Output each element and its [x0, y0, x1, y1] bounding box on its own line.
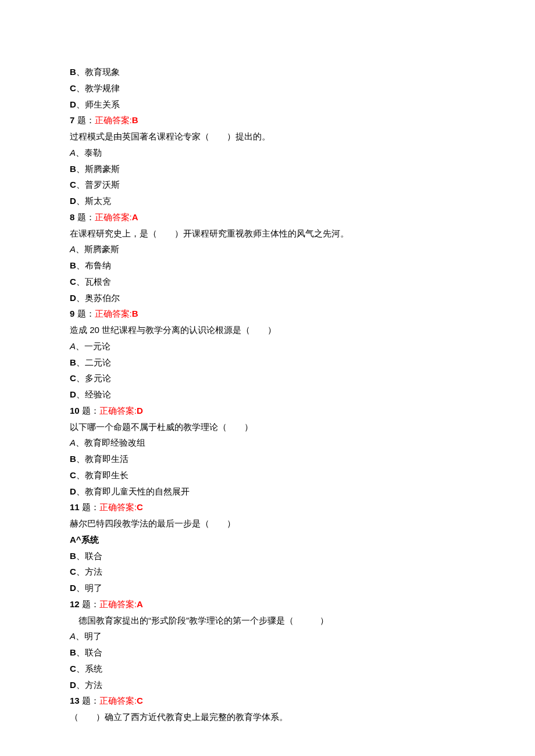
question-number: 10 — [70, 406, 80, 415]
choice-option: A、教育即经验改组 — [70, 435, 465, 451]
answer-line: 7 题：正确答案:B — [70, 112, 465, 128]
choice-text: 、经验论 — [76, 389, 111, 399]
choice-text: 、师生关系 — [76, 99, 120, 109]
choice-option: B、二元论 — [70, 354, 465, 371]
choice-option: D、教育即儿童天性的自然展开 — [70, 483, 465, 500]
choice-option: D、奥苏伯尔 — [70, 290, 465, 306]
choice-text: 、方法 — [76, 680, 102, 690]
choice-letter: C — [70, 277, 76, 286]
answer-label: 正确答案: — [99, 502, 137, 512]
choice-text: 、瓦根舍 — [76, 277, 111, 286]
answer-value: B — [132, 115, 138, 125]
question-content: 过程模式是由英国著名课程论专家（ ）提出的。 — [70, 131, 270, 141]
choice-letter: A — [70, 438, 76, 447]
choice-text: 、斯太克 — [76, 196, 111, 206]
question-content: （ ）确立了西方近代教育史上最完整的教育学体系。 — [70, 712, 288, 722]
choice-text: 、明了 — [76, 583, 102, 593]
question-number-suffix: 题： — [74, 115, 94, 125]
choice-text: 、系统 — [76, 664, 102, 673]
document-page: B、教育现象C、教学规律D、师生关系7 题：正确答案:B过程模式是由英国著名课程… — [0, 0, 535, 756]
choice-letter: D — [70, 99, 76, 109]
answer-label: 正确答案: — [95, 212, 132, 222]
choice-letter: D — [70, 389, 76, 399]
choice-text: 、泰勒 — [76, 148, 102, 157]
choice-option: C、教育即生长 — [70, 467, 465, 483]
choice-text: 、教育即生活 — [76, 454, 129, 464]
choice-text: 、教学规律 — [76, 83, 120, 93]
choice-option: A、泰勒 — [70, 145, 465, 161]
choice-letter: A — [70, 244, 76, 254]
choice-letter: B — [70, 164, 76, 174]
choice-letter: B — [70, 357, 76, 367]
choice-text: 、方法 — [76, 567, 102, 576]
choice-text: 、联合 — [76, 551, 102, 561]
answer-line: 13 题：正确答案:C — [70, 693, 465, 709]
answer-value: A — [137, 599, 143, 609]
choice-option: C、多元论 — [70, 370, 465, 386]
choice-option: C、方法 — [70, 564, 465, 580]
question-number: 12 — [70, 599, 80, 609]
question-number-suffix: 题： — [74, 212, 94, 222]
question-text: 赫尔巴特四段教学法的最后一步是（ ） — [70, 515, 465, 532]
choice-text: 、奥苏伯尔 — [76, 293, 120, 303]
choice-option: C、系统 — [70, 661, 465, 677]
choice-letter: C — [70, 180, 76, 189]
choice-text: 、联合 — [76, 647, 102, 657]
choice-text: A^系统 — [70, 535, 99, 544]
answer-line: 10 题：正确答案:D — [70, 403, 465, 419]
answer-value: B — [132, 309, 138, 318]
answer-label: 正确答案: — [99, 599, 137, 609]
choice-letter: D — [70, 583, 76, 593]
choice-text: 、明了 — [76, 631, 102, 641]
choice-option: A、明了 — [70, 628, 465, 644]
answer-line: 12 题：正确答案:A — [70, 596, 465, 612]
answer-value: C — [137, 502, 143, 512]
choice-letter: B — [70, 260, 76, 270]
choice-letter: D — [70, 680, 76, 690]
answer-value: A — [132, 212, 138, 222]
choice-text: 、教育即儿童天性的自然展开 — [76, 486, 190, 496]
answer-label: 正确答案: — [95, 115, 132, 125]
choice-letter: B — [70, 647, 76, 657]
choice-option: D、经验论 — [70, 386, 465, 403]
choice-letter: B — [70, 551, 76, 561]
question-number: 13 — [70, 696, 80, 705]
question-content: 在课程研究史上，是（ ）开课程研究重视教师主体性的风气之先河。 — [70, 228, 349, 238]
question-content: 造成 20 世纪课程与教学分离的认识论根源是（ ） — [70, 325, 276, 335]
choice-text: 、斯腾豪斯 — [76, 244, 119, 254]
choice-letter: A — [70, 631, 76, 641]
choice-letter: B — [70, 67, 76, 77]
question-number: 11 — [70, 502, 80, 512]
question-number-suffix: 题： — [80, 696, 99, 705]
choice-letter: D — [70, 486, 76, 496]
question-text: （ ）确立了西方近代教育史上最完整的教育学体系。 — [70, 709, 465, 725]
choice-text: 、斯腾豪斯 — [76, 164, 120, 174]
answer-line: 9 题：正确答案:B — [70, 306, 465, 322]
choice-letter: B — [70, 454, 76, 464]
choice-option: B、教育现象 — [70, 64, 465, 80]
choice-option: A^系统 — [70, 532, 465, 548]
question-number-suffix: 题： — [74, 309, 94, 318]
answer-label: 正确答案: — [99, 696, 137, 705]
choice-letter: D — [70, 196, 76, 206]
choice-text: 、布鲁纳 — [76, 260, 111, 270]
choice-letter: C — [70, 470, 76, 480]
answer-value: C — [137, 696, 143, 705]
answer-value: D — [137, 406, 143, 415]
question-content: 德国教育家提出的“形式阶段”教学理论的第一个步骤是（ ） — [79, 615, 329, 625]
question-content: 以下哪一个命题不属于杜威的教学理论（ ） — [70, 422, 253, 432]
answer-label: 正确答案: — [95, 309, 132, 318]
question-text: 在课程研究史上，是（ ）开课程研究重视教师主体性的风气之先河。 — [70, 225, 465, 242]
choice-letter: D — [70, 293, 76, 303]
choice-option: A、斯腾豪斯 — [70, 241, 465, 257]
choice-letter: C — [70, 83, 76, 93]
choice-letter: C — [70, 664, 76, 673]
choice-option: D、方法 — [70, 677, 465, 693]
choice-option: C、教学规律 — [70, 80, 465, 96]
question-number-suffix: 题： — [80, 502, 99, 512]
answer-line: 8 题：正确答案:A — [70, 209, 465, 225]
choice-option: D、明了 — [70, 580, 465, 596]
choice-option: A、一元论 — [70, 338, 465, 354]
question-text: 造成 20 世纪课程与教学分离的认识论根源是（ ） — [70, 322, 465, 338]
answer-line: 11 题：正确答案:C — [70, 499, 465, 515]
